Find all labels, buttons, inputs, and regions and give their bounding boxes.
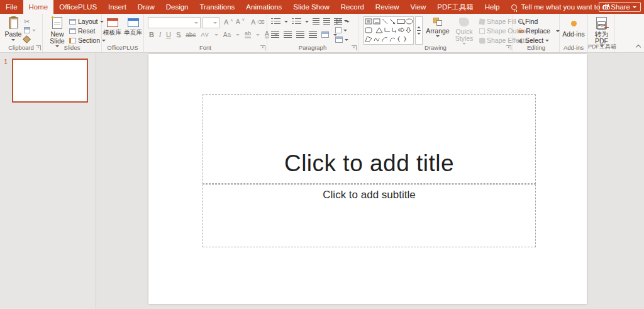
- shrink-font-button[interactable]: A˅: [236, 18, 245, 25]
- tab-animations[interactable]: Animations: [240, 0, 287, 14]
- copy-button[interactable]: [24, 27, 36, 33]
- convert-smartart-button[interactable]: [335, 37, 348, 43]
- text-shadow-button[interactable]: S: [176, 31, 180, 38]
- group-label-editing: Editing: [513, 44, 559, 51]
- increase-indent-icon[interactable]: [323, 18, 330, 25]
- select-button[interactable]: Select: [518, 37, 549, 44]
- layout-icon: [69, 19, 76, 25]
- share-icon: [603, 5, 608, 9]
- cut-button[interactable]: ✂: [24, 18, 30, 26]
- paragraph-dialog-launcher-icon[interactable]: [352, 45, 357, 50]
- lightbulb-icon: [511, 4, 517, 10]
- tell-me-box[interactable]: Tell me what you want to do: [511, 0, 610, 14]
- tab-draw[interactable]: Draw: [132, 0, 160, 14]
- text-direction-button[interactable]: ∥A: [335, 18, 348, 24]
- find-button[interactable]: Find: [518, 18, 538, 25]
- group-paragraph: ∥A Paragraph: [267, 14, 358, 52]
- text-highlight-color-button[interactable]: ab: [245, 31, 251, 38]
- strikethrough-button[interactable]: abc: [186, 31, 196, 38]
- sparkle-icon: ✦: [50, 15, 55, 21]
- tab-pdf-toolbox[interactable]: PDF工具箱: [431, 0, 479, 14]
- template-library-icon: [107, 18, 118, 27]
- reset-button[interactable]: Reset: [69, 27, 95, 35]
- align-right-icon[interactable]: [296, 31, 304, 38]
- subtitle-placeholder[interactable]: Click to add subtitle: [203, 184, 536, 247]
- chevron-down-icon: [213, 22, 217, 24]
- group-drawing: Arrange Quick Styles Shape Fill Shape Ou…: [358, 14, 513, 52]
- clipboard-dialog-launcher-icon[interactable]: [36, 45, 41, 50]
- decrease-indent-icon[interactable]: [313, 18, 319, 25]
- align-text-button[interactable]: [335, 27, 347, 33]
- replace-icon: ab: [518, 28, 524, 34]
- shapes-gallery[interactable]: [364, 16, 414, 45]
- chevron-down-icon: [436, 35, 440, 37]
- tab-review[interactable]: Review: [370, 0, 405, 14]
- columns-icon[interactable]: [321, 31, 329, 38]
- new-slide-icon: ✦: [52, 17, 62, 29]
- chevron-down-icon: [417, 33, 421, 35]
- smartart-icon: [335, 37, 343, 43]
- replace-button[interactable]: ab Replace: [518, 27, 560, 35]
- tab-help[interactable]: Help: [479, 0, 506, 14]
- reset-icon: [69, 28, 76, 34]
- slide-number: 1: [4, 58, 8, 65]
- tab-slide-show[interactable]: Slide Show: [287, 0, 335, 14]
- replace-label: Replace: [526, 27, 550, 35]
- slide-canvas[interactable]: Click to add title Click to add subtitle: [148, 54, 587, 304]
- tab-record[interactable]: Record: [335, 0, 370, 14]
- chevron-down-icon: [633, 6, 636, 8]
- chevron-down-icon: [545, 40, 549, 42]
- tab-view[interactable]: View: [405, 0, 432, 14]
- group-addins: Add-ins Add-ins: [560, 14, 588, 52]
- bold-button[interactable]: B: [149, 31, 154, 38]
- character-spacing-button[interactable]: AV: [201, 31, 209, 38]
- group-label-paragraph: Paragraph: [267, 44, 358, 51]
- chevron-down-icon: [345, 39, 348, 41]
- chevron-down-icon: [194, 22, 198, 24]
- collapse-ribbon-icon[interactable]: [636, 45, 641, 50]
- clear-formatting-button[interactable]: A⌫: [251, 18, 265, 26]
- numbering-icon[interactable]: [292, 18, 301, 25]
- layout-label: Layout: [78, 18, 98, 25]
- align-left-icon[interactable]: [271, 31, 279, 38]
- slide-thumbnail-panel[interactable]: 1: [0, 53, 96, 309]
- tab-design[interactable]: Design: [160, 0, 194, 14]
- copy-icon: [24, 27, 30, 33]
- grow-font-button[interactable]: A˄: [224, 18, 233, 26]
- shape-outline-icon: [479, 28, 485, 34]
- reset-label: Reset: [78, 27, 95, 35]
- tab-officeplus[interactable]: OfficePLUS: [53, 0, 103, 14]
- group-pdf-toolbox: PDF 转为 PDF PDF工具箱: [588, 14, 615, 52]
- change-case-button[interactable]: Aa: [223, 31, 231, 38]
- chevron-down-icon: [343, 30, 347, 31]
- title-placeholder[interactable]: Click to add title: [203, 94, 536, 184]
- tab-insert[interactable]: Insert: [103, 0, 132, 14]
- scissors-icon: ✂: [24, 18, 30, 26]
- layout-button[interactable]: Layout: [69, 18, 104, 25]
- shrink-font-icon: A: [236, 18, 240, 25]
- align-center-icon[interactable]: [284, 31, 292, 38]
- tab-file[interactable]: File: [0, 0, 23, 14]
- shapes-gallery-more-button[interactable]: [415, 16, 423, 45]
- group-label-slides: Slides: [43, 44, 101, 51]
- italic-button[interactable]: I: [159, 31, 161, 38]
- shape-fill-label: Shape Fill: [487, 18, 516, 25]
- format-painter-button[interactable]: [24, 37, 30, 42]
- slide-thumbnail-1[interactable]: [12, 59, 88, 103]
- format-painter-icon: [23, 35, 31, 43]
- section-button[interactable]: Section: [69, 37, 106, 44]
- title-placeholder-text: Click to add title: [284, 150, 454, 177]
- font-name-combobox[interactable]: [148, 17, 201, 28]
- tab-home[interactable]: Home: [23, 0, 54, 14]
- clear-formatting-icon: A: [251, 18, 255, 26]
- tab-transitions[interactable]: Transitions: [194, 0, 241, 14]
- justify-icon[interactable]: [309, 31, 317, 38]
- drawing-dialog-launcher-icon[interactable]: [506, 45, 511, 50]
- share-button[interactable]: Share: [599, 2, 641, 12]
- bullets-icon[interactable]: [271, 18, 280, 25]
- section-label: Section: [78, 37, 100, 44]
- underline-button[interactable]: U: [166, 31, 171, 38]
- divider: [417, 30, 421, 31]
- font-dialog-launcher-icon[interactable]: [260, 45, 265, 50]
- font-size-combobox[interactable]: [203, 17, 219, 28]
